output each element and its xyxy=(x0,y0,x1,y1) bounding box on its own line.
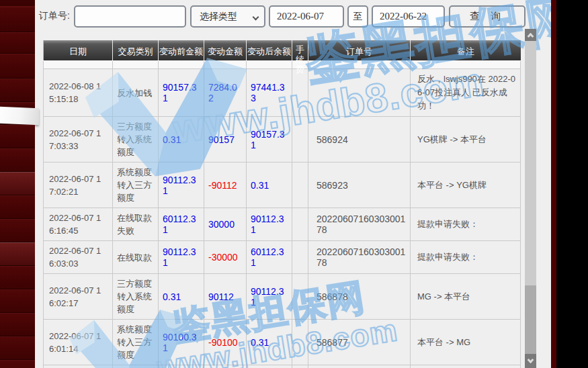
cell-amount-before: 60112.31 xyxy=(159,208,204,241)
cell-amount-after: 90157.31 xyxy=(247,117,292,163)
cell-remark: 提款申请失败： xyxy=(411,241,521,274)
sidebar-menu-item[interactable] xyxy=(0,336,35,360)
sidebar-menu-item[interactable] xyxy=(0,7,35,32)
cell-type: 三方额度转入系统额度 xyxy=(113,274,159,320)
cell-fee xyxy=(292,117,308,163)
sidebar-menu-item[interactable] xyxy=(0,313,35,336)
cell-order-no xyxy=(308,69,411,117)
cell-remark: 提款申请失败： xyxy=(411,208,521,241)
cell-remark: MG -> 本平台 xyxy=(411,274,521,320)
cell-type: 在线取款 xyxy=(113,241,159,274)
sidebar-menu-item[interactable] xyxy=(0,219,35,242)
cell-remark: YG棋牌 -> 本平台 xyxy=(411,117,521,163)
search-button[interactable]: 查 询 xyxy=(449,5,526,28)
cell-amount-after: 90100.31 xyxy=(247,365,292,368)
header-type: 交易类别 xyxy=(113,40,159,61)
sidebar-menu-item[interactable] xyxy=(0,360,35,368)
cell-amount-after: 60112.31 xyxy=(247,241,292,274)
cell-fee xyxy=(292,163,308,208)
table-row: 2022-06-07 16:03:03在线取款90112.31-30000601… xyxy=(44,241,521,274)
table-row: 2022-06-07 16:16:45在线取款失败60112.313000090… xyxy=(44,208,521,241)
cell-amount-change: 7284.02 xyxy=(204,69,247,117)
cell-fee xyxy=(292,69,308,117)
transactions-table: 日期 交易类别 变动前金额 变动金额 变动后余额 手续费 订单号 备注 2022… xyxy=(43,40,520,368)
cell-fee xyxy=(292,320,308,365)
header-amount-before: 变动前金额 xyxy=(159,40,204,61)
sidebar-top-cap xyxy=(0,0,35,7)
cell-amount-change: 30000 xyxy=(204,208,247,241)
cell-order-no: 2022060716030300178 xyxy=(308,208,411,241)
cell-amount-change: -90100 xyxy=(204,320,247,365)
order-no-input[interactable] xyxy=(74,5,186,28)
cell-amount-after: 0.31 xyxy=(247,163,292,208)
sidebar-menu-item[interactable] xyxy=(0,148,35,172)
cell-amount-before: 0.31 xyxy=(159,274,204,320)
cell-order-no: 586878 xyxy=(308,274,411,320)
frame-black-area xyxy=(556,0,588,368)
cell-amount-before: 90112.31 xyxy=(159,241,204,274)
vertical-scrollbar[interactable] xyxy=(525,29,536,368)
cell-amount-change: 90157 xyxy=(204,117,247,163)
sidebar-menu-item[interactable] xyxy=(0,32,35,54)
chevron-up-icon xyxy=(528,32,534,39)
cell-type: 在线取款失败 xyxy=(113,208,159,241)
cell-amount-change: -90112 xyxy=(204,163,247,208)
header-amount-change: 变动金额 xyxy=(204,40,247,61)
cell-amount-before: 0.31 xyxy=(159,365,204,368)
sidebar-menu-item[interactable] xyxy=(0,172,35,195)
header-order-no: 订单号 xyxy=(308,40,411,61)
sidebar-menu-item[interactable] xyxy=(0,289,35,313)
cell-date: 2022-06-07 16:01:14 xyxy=(44,320,113,365)
sidebar-menu-item[interactable] xyxy=(0,195,35,219)
cell-amount-change: 90112 xyxy=(204,274,247,320)
cell-fee xyxy=(292,274,308,320)
cell-amount-before: 0.31 xyxy=(159,117,204,163)
cell-order-no: 586877 xyxy=(308,320,411,365)
cell-date: 2022-06-07 15:37:06 xyxy=(44,365,113,368)
cell-order-no: 2022060715213900167 xyxy=(308,365,411,368)
date-range-to-label: 至 xyxy=(347,5,368,28)
cell-type: 在线取款失败 xyxy=(113,365,159,368)
scrollbar-thumb[interactable] xyxy=(525,285,536,354)
cell-type: 三方额度转入系统额度 xyxy=(113,117,159,163)
table-row: 2022-06-08 15:15:18反水加钱90157.317284.0297… xyxy=(44,69,521,117)
sidebar-menu-item[interactable] xyxy=(0,242,35,266)
cell-type: 反水加钱 xyxy=(113,69,159,117)
chevron-down-icon xyxy=(528,357,534,363)
table-row: 2022-06-07 16:01:14系统额度转入三方额度90100.31-90… xyxy=(44,320,521,365)
table-row: 2022-06-07 17:02:21系统额度转入三方额度90112.31-90… xyxy=(44,163,521,208)
table-row-partial xyxy=(44,61,521,69)
sidebar-menu-item[interactable] xyxy=(0,266,35,289)
order-no-label: 订单号: xyxy=(39,10,70,22)
cell-remark: 提款申请失败： xyxy=(411,365,521,368)
scrollbar-up-button[interactable] xyxy=(525,29,536,41)
header-remark: 备注 xyxy=(411,40,521,61)
date-from-input[interactable]: 2022-06-07 xyxy=(269,5,344,28)
cell-remark: 反水，lswjs990在 2022-06-07投注真人 已反水成功！ xyxy=(411,69,521,117)
cell-type: 系统额度转入三方额度 xyxy=(113,320,159,365)
cell-fee xyxy=(292,241,308,274)
sidebar-menu-item[interactable] xyxy=(0,125,35,148)
sidebar-menu-item[interactable] xyxy=(0,54,35,79)
date-to-input[interactable]: 2022-06-22 xyxy=(372,5,445,28)
cell-fee xyxy=(292,365,308,368)
frame-red-strip xyxy=(551,0,556,368)
table-row: 2022-06-07 16:02:17三方额度转入系统额度0.319011290… xyxy=(44,274,521,320)
cell-order-no: 2022060716030300178 xyxy=(308,241,411,274)
cell-remark: 本平台 -> MG xyxy=(411,320,521,365)
type-select-value: 选择类型 xyxy=(200,11,237,23)
cell-amount-after: 0.31 xyxy=(247,320,292,365)
type-select[interactable]: 选择类型 xyxy=(190,5,265,28)
cell-amount-change: 90100 xyxy=(204,365,247,368)
cell-order-no: 586923 xyxy=(308,163,411,208)
scrollbar-down-button[interactable] xyxy=(525,354,536,368)
cell-fee xyxy=(292,208,308,241)
chevron-down-icon xyxy=(253,14,259,21)
sidebar-menu-item[interactable] xyxy=(0,79,35,102)
cell-date: 2022-06-07 17:02:21 xyxy=(44,163,113,208)
cell-amount-before: 90112.31 xyxy=(159,163,204,208)
cell-remark: 本平台 -> YG棋牌 xyxy=(411,163,521,208)
sidebar-highlight-band xyxy=(0,107,39,126)
cell-amount-after: 97441.33 xyxy=(247,69,292,117)
table-row: 2022-06-07 17:03:33三方额度转入系统额度0.319015790… xyxy=(44,117,521,163)
